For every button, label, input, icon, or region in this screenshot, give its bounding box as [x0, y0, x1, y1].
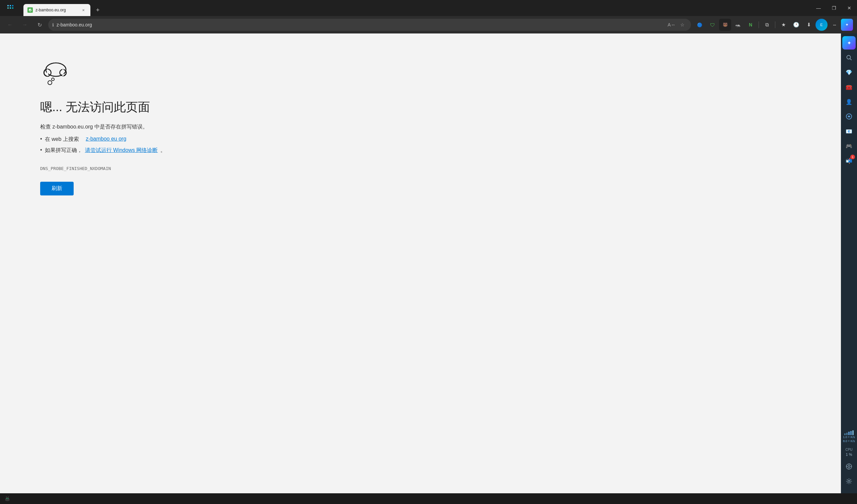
right-sidebar: ✦ 💎 🧰 👤 📧 🎮 📬 1: [841, 33, 857, 493]
svg-rect-26: [852, 431, 854, 435]
profile-icon[interactable]: E: [816, 19, 827, 31]
svg-rect-23: [846, 433, 847, 435]
active-tab[interactable]: z-bamboo.eu.org ✕: [23, 4, 90, 16]
svg-rect-3: [7, 7, 9, 9]
sidebar-games-icon[interactable]: 🎮: [842, 139, 856, 153]
cpu-value: 1 %: [846, 452, 852, 457]
minimize-button[interactable]: —: [811, 0, 826, 16]
sidebar-settings-icon[interactable]: [842, 474, 856, 488]
svg-line-20: [850, 58, 851, 60]
address-bar-icons: A ↔ ☆: [667, 20, 687, 30]
tab-favicon: [28, 7, 33, 13]
svg-point-33: [848, 480, 850, 482]
tabs-container: z-bamboo.eu.org ✕ +: [21, 0, 811, 16]
sidebar-outlook-icon[interactable]: 📧: [842, 124, 856, 138]
cpu-widget[interactable]: CPU 1 %: [845, 446, 852, 458]
addressbar: ← → ↻ ℹ z-bamboo.eu.org A ↔ ☆ 🔵 🛡 🐻 🦡 N …: [0, 16, 857, 33]
downloads-icon[interactable]: ⬇: [803, 19, 815, 31]
history-icon[interactable]: 🕐: [790, 19, 802, 31]
noscript-icon[interactable]: N: [744, 19, 757, 31]
cat-icon[interactable]: [3, 494, 12, 503]
svg-point-17: [52, 78, 54, 81]
sidebar-tools-icon[interactable]: 🧰: [842, 80, 856, 94]
toolbar-divider-2: [775, 21, 775, 28]
favorites-bar-icon[interactable]: ★: [777, 19, 789, 31]
refresh-button[interactable]: ↻: [33, 19, 46, 31]
svg-point-36: [8, 498, 9, 499]
bullet2-suffix: 。: [161, 147, 166, 154]
sidebar-essentials-icon[interactable]: [842, 110, 856, 123]
close-button[interactable]: ✕: [842, 0, 857, 16]
toolbar-icons: 🔵 🛡 🐻 🦡 N ⧉ ★ 🕐 ⬇ E ··· ✦: [694, 19, 853, 31]
sidebar-accessibility-icon[interactable]: [842, 460, 856, 473]
privacy-icon[interactable]: 🔵: [694, 19, 706, 31]
svg-rect-2: [12, 5, 13, 6]
tab-title: z-bamboo.eu.org: [35, 8, 78, 12]
shield-icon[interactable]: 🛡: [706, 19, 718, 31]
more-options-button[interactable]: ···: [828, 19, 840, 31]
sidebar-collections-icon[interactable]: 💎: [842, 66, 856, 79]
network-diagnostics-link[interactable]: 请尝试运行 Windows 网络诊断: [85, 147, 158, 154]
refresh-button[interactable]: 刷新: [40, 182, 74, 196]
error-description: 检查 z-bamboo.eu.org 中是否存在拼写错误。: [40, 123, 148, 131]
honeybadger-icon[interactable]: 🦡: [732, 19, 744, 31]
cpu-label: CPU: [845, 448, 852, 452]
svg-rect-0: [7, 5, 9, 6]
titlebar-left: [0, 0, 21, 16]
titlebar: z-bamboo.eu.org ✕ + — ❐ ✕: [0, 0, 857, 16]
svg-point-35: [6, 498, 7, 499]
svg-rect-24: [848, 432, 850, 435]
main-layout: 嗯... 无法访问此页面 检查 z-bamboo.eu.org 中是否存在拼写错…: [0, 33, 857, 493]
split-screen-icon[interactable]: ⧉: [761, 19, 773, 31]
tab-close-button[interactable]: ✕: [80, 7, 86, 13]
svg-rect-22: [844, 433, 846, 435]
download-speed: 8.0 + K/s: [843, 439, 855, 443]
error-list-item-2: 如果拼写正确， 请尝试运行 Windows 网络诊断 。: [40, 147, 166, 154]
toolbar-divider: [759, 21, 759, 28]
svg-rect-5: [12, 7, 13, 9]
error-title: 嗯... 无法访问此页面: [40, 99, 150, 116]
maximize-button[interactable]: ❐: [826, 0, 842, 16]
url-display: z-bamboo.eu.org: [56, 22, 664, 28]
bear-icon[interactable]: 🐻: [719, 19, 731, 31]
error-list: 在 web 上搜索 z-bamboo eu org 如果拼写正确， 请尝试运行 …: [40, 136, 166, 158]
sidebar-profile-icon[interactable]: 👤: [842, 95, 856, 108]
sidebar-search-icon[interactable]: [842, 51, 856, 64]
sidebar-email-badge-icon[interactable]: 📬 1: [842, 154, 856, 167]
svg-point-18: [48, 81, 52, 85]
content-area: 嗯... 无法访问此页面 检查 z-bamboo.eu.org 中是否存在拼写错…: [0, 33, 841, 493]
bullet2-prefix: 如果拼写正确，: [45, 147, 82, 154]
browser-icon: [3, 0, 18, 16]
address-bar[interactable]: ℹ z-bamboo.eu.org A ↔ ☆: [48, 19, 691, 31]
svg-rect-25: [850, 431, 852, 435]
forward-button[interactable]: →: [19, 19, 31, 31]
network-stats-widget[interactable]: 1.0 + K/s 8.0 + K/s: [843, 429, 855, 444]
svg-rect-1: [10, 5, 11, 6]
copilot-icon[interactable]: ✦: [841, 19, 853, 31]
new-tab-button[interactable]: +: [92, 4, 104, 16]
svg-rect-4: [10, 7, 11, 9]
error-code: DNS_PROBE_FINISHED_NXDOMAIN: [40, 166, 111, 171]
back-button[interactable]: ←: [4, 19, 16, 31]
titlebar-right: — ❐ ✕: [811, 0, 857, 16]
sidebar-bottom: [842, 460, 856, 491]
error-icon: [40, 60, 70, 88]
bottom-bar: [0, 493, 857, 504]
translate-icon[interactable]: A ↔: [667, 20, 676, 30]
sidebar-copilot-icon[interactable]: ✦: [842, 36, 856, 50]
svg-point-28: [848, 466, 850, 468]
security-icon: ℹ: [52, 22, 54, 28]
notification-badge: 1: [850, 155, 855, 159]
upload-speed: 1.0 + K/s: [843, 435, 855, 439]
error-list-item-1: 在 web 上搜索 z-bamboo eu org: [40, 136, 166, 143]
web-search-link[interactable]: z-bamboo eu org: [86, 136, 126, 142]
bullet1-prefix: 在 web 上搜索: [45, 136, 79, 143]
favorites-icon[interactable]: ☆: [677, 20, 687, 30]
